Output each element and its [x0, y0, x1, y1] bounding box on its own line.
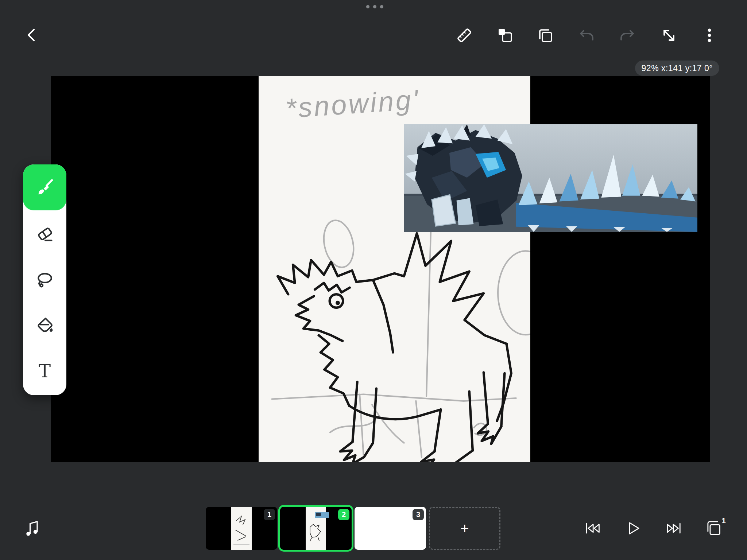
frame-2-badge: 2 [338, 509, 349, 520]
frame-3-badge: 3 [413, 509, 424, 520]
copy-button[interactable] [537, 27, 554, 44]
skip-to-end-button[interactable] [665, 519, 684, 538]
system-handle [366, 5, 383, 8]
ruler-icon [456, 27, 473, 44]
play-icon [624, 519, 643, 538]
more-menu-button[interactable] [701, 27, 718, 44]
add-frame-plus: + [460, 520, 469, 537]
frame-1-badge: 1 [264, 509, 275, 520]
layers-count: 1 [721, 516, 726, 525]
fill-bucket-icon [35, 316, 54, 335]
stage: *snowing' [51, 76, 710, 462]
skip-start-icon [583, 519, 602, 538]
add-frame-button[interactable]: + [429, 507, 500, 550]
tool-text[interactable]: T [23, 348, 66, 394]
skip-end-icon [665, 519, 684, 538]
canvas-annotation: *snowing' [285, 83, 421, 124]
eraser-icon [35, 224, 54, 243]
tool-brush[interactable] [23, 164, 66, 210]
paste-button[interactable] [496, 27, 514, 44]
redo-icon [618, 27, 636, 44]
frame-thumbnail-1[interactable]: 1 [206, 507, 277, 550]
frame-thumbnail-2[interactable]: 2 [280, 507, 352, 550]
back-chevron-icon [23, 26, 41, 44]
ruler-button[interactable] [456, 27, 473, 44]
undo-button[interactable] [578, 27, 596, 44]
undo-icon [578, 27, 596, 44]
audio-button[interactable] [23, 519, 42, 538]
tool-lasso[interactable] [23, 256, 66, 302]
resize-icon [660, 27, 678, 44]
more-menu-icon [701, 27, 718, 44]
resize-button[interactable] [660, 27, 678, 44]
tool-eraser[interactable] [23, 210, 66, 256]
play-button[interactable] [624, 519, 643, 538]
redo-button[interactable] [618, 27, 636, 44]
brush-icon [35, 178, 54, 197]
tool-panel: T [23, 164, 66, 395]
frame-thumbnail-3[interactable]: 3 [355, 507, 426, 550]
music-note-icon [23, 519, 42, 538]
tool-fill[interactable] [23, 302, 66, 348]
reference-image [404, 124, 697, 232]
back-button[interactable] [23, 26, 41, 44]
layers-button[interactable]: 1 [704, 518, 725, 539]
canvas-status: 92% x:141 y:17 0° [635, 61, 719, 76]
copy-icon [537, 27, 554, 44]
lasso-icon [35, 270, 54, 289]
paste-icon [496, 27, 514, 44]
skip-to-start-button[interactable] [583, 519, 602, 538]
text-tool-icon: T [39, 362, 51, 380]
